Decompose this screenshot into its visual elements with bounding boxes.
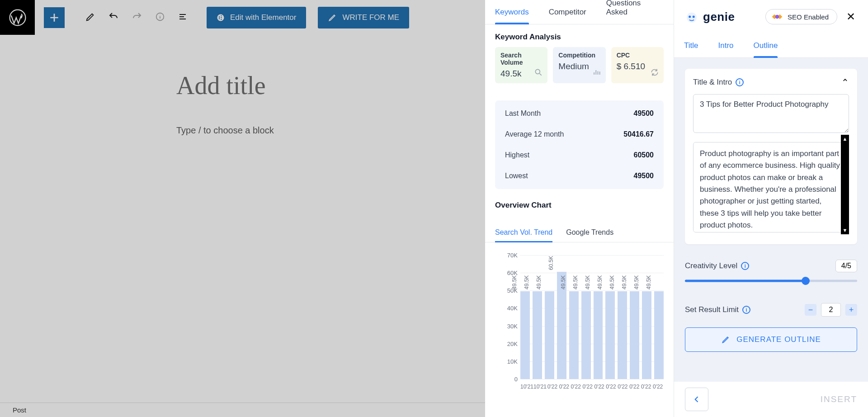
plus-icon	[48, 12, 60, 24]
chevron-up-icon[interactable]: ⌃	[841, 77, 849, 88]
generate-label: GENERATE OUTLINE	[736, 335, 821, 344]
right-tabs: Title Intro Outline	[674, 33, 868, 58]
info-icon[interactable]: i	[741, 262, 749, 270]
scrollbar[interactable]: ▲▼	[841, 135, 849, 234]
stats-box: Last Month49500 Average 12 month50416.67…	[495, 100, 664, 189]
seo-label: SEO Enabled	[788, 13, 829, 21]
stat-avg12-value: 50416.67	[623, 130, 654, 138]
redo-icon[interactable]	[125, 11, 149, 24]
genie-icon	[684, 9, 699, 24]
bars-icon	[592, 68, 601, 79]
search-icon	[534, 68, 543, 79]
post-type-label: Post	[13, 406, 26, 414]
edit-icon[interactable]	[79, 12, 102, 24]
svg-point-3	[536, 69, 540, 74]
result-limit-label: Set Result Limit	[685, 305, 739, 314]
card-cpc: CPC $ 6.510	[611, 47, 664, 83]
undo-icon[interactable]	[102, 11, 125, 24]
chart-tabs: Search Vol. Trend Google Trends	[485, 223, 674, 242]
tab-competitor[interactable]: Competitor	[549, 8, 586, 24]
panel-footer: INSERT	[674, 382, 868, 417]
svg-point-6	[693, 15, 695, 18]
card-competition: Competition Medium	[553, 47, 605, 83]
stat-last-month-label: Last Month	[505, 109, 541, 118]
back-button[interactable]	[685, 388, 708, 411]
section-title: Title & Intro	[693, 78, 732, 87]
tab-search-vol-trend[interactable]: Search Vol. Trend	[495, 228, 552, 242]
intro-input[interactable]	[693, 142, 849, 232]
stat-highest-label: Highest	[505, 151, 529, 159]
close-icon[interactable]: ✕	[844, 9, 858, 25]
tab-intro[interactable]: Intro	[718, 41, 734, 57]
increment-button[interactable]: +	[845, 304, 857, 316]
chevron-left-icon	[692, 395, 701, 404]
elementor-label: Edit with Elementor	[230, 13, 296, 22]
svg-point-7	[775, 15, 779, 19]
refresh-icon	[650, 68, 659, 79]
wp-logo[interactable]	[0, 0, 35, 35]
brand-logo: genie	[684, 9, 735, 24]
generate-outline-button[interactable]: GENERATE OUTLINE	[685, 327, 857, 352]
creativity-value: 4/5	[835, 260, 857, 272]
result-limit-stepper: − +	[805, 303, 857, 317]
post-title-placeholder[interactable]: Add title	[176, 71, 485, 100]
creativity-slider[interactable]	[685, 277, 857, 285]
overview-heading: Overview Chart	[495, 201, 664, 210]
stat-lowest-value: 49500	[634, 172, 654, 180]
info-icon[interactable]: i	[742, 306, 750, 314]
generate-panel: genie SEO Enabled ✕ Title Intro Outline …	[674, 0, 868, 417]
tab-title[interactable]: Title	[684, 41, 698, 57]
tab-google-trends[interactable]: Google Trends	[566, 228, 613, 242]
result-limit-input[interactable]	[821, 303, 841, 317]
stat-highest-value: 60500	[634, 151, 654, 159]
analysis-tabs: Keywords Competitor Questions Asked	[485, 0, 674, 24]
stat-avg12-label: Average 12 month	[505, 130, 564, 138]
tab-questions[interactable]: Questions Asked	[606, 0, 664, 24]
competition-label: Competition	[558, 52, 600, 59]
analysis-panel: Keywords Competitor Questions Asked Keyw…	[485, 0, 674, 417]
search-volume-label: Search Volume	[500, 52, 542, 66]
title-intro-section: Title & Introi ⌃ ▲▼	[685, 69, 857, 244]
cpc-label: CPC	[617, 52, 658, 59]
editor-toolbar: Edit with Elementor WRITE FOR ME	[0, 0, 485, 35]
title-input[interactable]	[693, 94, 849, 133]
card-search-volume: Search Volume 49.5k	[495, 47, 547, 83]
insert-button[interactable]: INSERT	[821, 394, 857, 404]
add-block-button[interactable]	[44, 7, 65, 28]
editor-footer: Post	[0, 403, 485, 417]
stat-last-month-value: 49500	[634, 109, 654, 118]
decrement-button[interactable]: −	[805, 304, 816, 316]
svg-point-5	[689, 15, 691, 18]
edit-elementor-button[interactable]: Edit with Elementor	[207, 7, 306, 28]
elementor-icon	[217, 14, 225, 22]
pen-icon	[721, 335, 730, 344]
creativity-label: Creativity Level	[685, 261, 737, 270]
write-label: WRITE FOR ME	[342, 13, 399, 22]
tab-keywords[interactable]: Keywords	[495, 8, 529, 24]
block-placeholder[interactable]: Type / to choose a block	[176, 125, 485, 136]
info-icon[interactable]: i	[736, 78, 744, 86]
seo-enabled-pill[interactable]: SEO Enabled	[765, 9, 837, 24]
wordpress-icon	[9, 9, 26, 26]
seo-badge-icon	[771, 13, 783, 21]
keyword-analysis-heading: Keyword Analysis	[495, 33, 664, 42]
pen-icon	[328, 13, 337, 22]
brand-name: genie	[703, 10, 735, 24]
write-for-me-button[interactable]: WRITE FOR ME	[318, 7, 409, 28]
stat-lowest-label: Lowest	[505, 172, 528, 180]
info-icon[interactable]	[149, 12, 171, 24]
tab-outline[interactable]: Outline	[754, 41, 778, 57]
list-view-icon[interactable]	[171, 11, 195, 24]
editor-area: Edit with Elementor WRITE FOR ME Add tit…	[0, 0, 485, 417]
editor-canvas[interactable]: Add title Type / to choose a block	[0, 35, 485, 136]
search-volume-chart: 010K20K30K40K50K60K70K 49.5K49.5K49.5K60…	[495, 255, 664, 395]
